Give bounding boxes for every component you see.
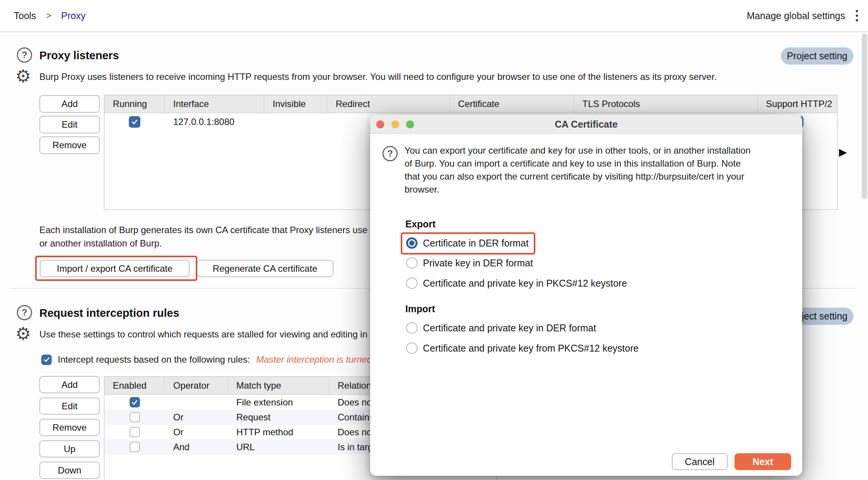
- radio-option-row: Certificate and private key in DER forma…: [406, 322, 596, 334]
- manage-global-settings-link[interactable]: Manage global settings: [747, 10, 845, 21]
- gear-icon: ⚙: [15, 325, 31, 342]
- radio-private-key-der[interactable]: [406, 257, 418, 269]
- ca-certificate-text-line2: or another installation of Burp.: [39, 238, 162, 249]
- next-button[interactable]: Next: [735, 453, 791, 470]
- help-icon[interactable]: ?: [382, 146, 398, 161]
- remove-listener-button[interactable]: Remove: [39, 136, 100, 154]
- edit-listener-button[interactable]: Edit: [39, 116, 100, 133]
- radio-label: Certificate and private key in DER forma…: [423, 323, 596, 334]
- column-header-redirect[interactable]: Redirect: [327, 95, 450, 113]
- section-title-proxy-listeners: Proxy listeners: [39, 49, 119, 62]
- close-icon[interactable]: [376, 120, 384, 128]
- radio-import-cert-key-pkcs12[interactable]: [406, 342, 418, 354]
- breadcrumb: Tools > Proxy: [14, 0, 86, 31]
- proxy-listeners-description: Burp Proxy uses listeners to receive inc…: [39, 71, 717, 82]
- help-icon[interactable]: ?: [17, 305, 32, 320]
- intercept-requests-label: Intercept requests based on the followin…: [58, 354, 250, 365]
- vertical-scrollbar-thumb[interactable]: [862, 34, 867, 199]
- import-export-ca-certificate-button[interactable]: Import / export CA certificate: [40, 260, 190, 277]
- breadcrumb-tools[interactable]: Tools: [14, 10, 36, 21]
- gear-icon: ⚙: [15, 67, 31, 85]
- dialog-body-line: of Burp. You can import a certificate an…: [405, 158, 741, 169]
- project-setting-badge: Project setting: [781, 47, 853, 65]
- window-controls: [376, 120, 414, 128]
- rule-enabled-checkbox[interactable]: [130, 412, 140, 422]
- match-type-cell: Request: [228, 412, 329, 423]
- proxy-listeners-table-header: Running Interface Invisible Redirect Cer…: [104, 95, 837, 113]
- column-header-enabled[interactable]: Enabled: [104, 377, 165, 394]
- intercept-requests-checkbox[interactable]: [41, 355, 52, 365]
- ca-certificate-dialog: CA Certificate ? You can export your cer…: [370, 115, 802, 476]
- radio-label: Certificate in DER format: [423, 238, 528, 249]
- operator-cell: And: [165, 442, 228, 452]
- topbar-right: Manage global settings: [747, 0, 860, 31]
- column-header-invisible[interactable]: Invisible: [264, 95, 327, 113]
- operator-cell: Or: [165, 412, 228, 423]
- remove-rule-button[interactable]: Remove: [39, 419, 100, 436]
- down-rule-button[interactable]: Down: [39, 462, 100, 479]
- radio-certificate-der[interactable]: [406, 237, 418, 249]
- match-type-cell: HTTP method: [228, 427, 329, 438]
- radio-option-row: Private key in DER format: [406, 257, 533, 269]
- column-header-match-type[interactable]: Match type: [228, 377, 329, 394]
- dialog-body-line: browser.: [405, 184, 439, 195]
- radio-label: Certificate and private key from PKCS#12…: [423, 343, 639, 354]
- breadcrumb-proxy[interactable]: Proxy: [61, 10, 86, 21]
- top-bar: [0, 0, 868, 32]
- radio-cert-key-pkcs12[interactable]: [406, 277, 418, 289]
- dialog-title: CA Certificate: [370, 115, 802, 134]
- column-header-certificate[interactable]: Certificate: [450, 95, 574, 113]
- zoom-icon[interactable]: [406, 120, 414, 128]
- radio-import-cert-key-der[interactable]: [406, 322, 418, 334]
- add-rule-button[interactable]: Add: [39, 376, 100, 393]
- master-interception-status: Master interception is turned off: [256, 354, 385, 365]
- match-type-cell: URL: [228, 442, 329, 452]
- regenerate-ca-certificate-button[interactable]: Regenerate CA certificate: [197, 260, 333, 277]
- radio-option-row: Certificate in DER format: [406, 237, 528, 249]
- rule-enabled-checkbox[interactable]: [130, 442, 140, 452]
- add-listener-button[interactable]: Add: [39, 95, 100, 113]
- help-icon[interactable]: ?: [17, 47, 32, 63]
- radio-option-row: Certificate and private key from PKCS#12…: [406, 342, 639, 354]
- column-header-operator[interactable]: Operator: [165, 377, 228, 394]
- column-header-interface[interactable]: Interface: [165, 95, 264, 113]
- radio-label: Certificate and private key in PKCS#12 k…: [423, 278, 627, 289]
- rule-enabled-checkbox[interactable]: [130, 397, 140, 407]
- radio-option-row: Certificate and private key in PKCS#12 k…: [406, 277, 627, 289]
- intercept-rules-row: Intercept requests based on the followin…: [41, 354, 385, 365]
- up-rule-button[interactable]: Up: [39, 440, 100, 457]
- section-title-request-interception: Request interception rules: [39, 307, 179, 319]
- column-header-running[interactable]: Running: [104, 95, 165, 113]
- dialog-body-line: that you can also export the current cer…: [405, 171, 744, 182]
- operator-cell: Or: [165, 427, 228, 438]
- minimize-icon[interactable]: [391, 120, 399, 128]
- radio-label: Private key in DER format: [423, 258, 533, 269]
- rule-enabled-checkbox[interactable]: [130, 427, 140, 437]
- column-header-support-http2[interactable]: Support HTTP/2: [757, 95, 838, 113]
- kebab-menu-icon[interactable]: [853, 8, 860, 24]
- cancel-button[interactable]: Cancel: [672, 453, 728, 470]
- import-heading: Import: [405, 303, 435, 315]
- running-checkbox[interactable]: [129, 116, 140, 128]
- column-header-tls-protocols[interactable]: TLS Protocols: [574, 95, 757, 113]
- edit-rule-button[interactable]: Edit: [39, 397, 100, 415]
- dialog-body-line: You can export your certificate and key …: [405, 145, 751, 156]
- interface-cell: 127.0.0.1:8080: [165, 117, 264, 127]
- table-scroll-right-icon[interactable]: ▶: [839, 146, 847, 158]
- match-type-cell: File extension: [228, 397, 329, 408]
- chevron-right-icon: >: [46, 11, 51, 21]
- export-heading: Export: [405, 219, 436, 230]
